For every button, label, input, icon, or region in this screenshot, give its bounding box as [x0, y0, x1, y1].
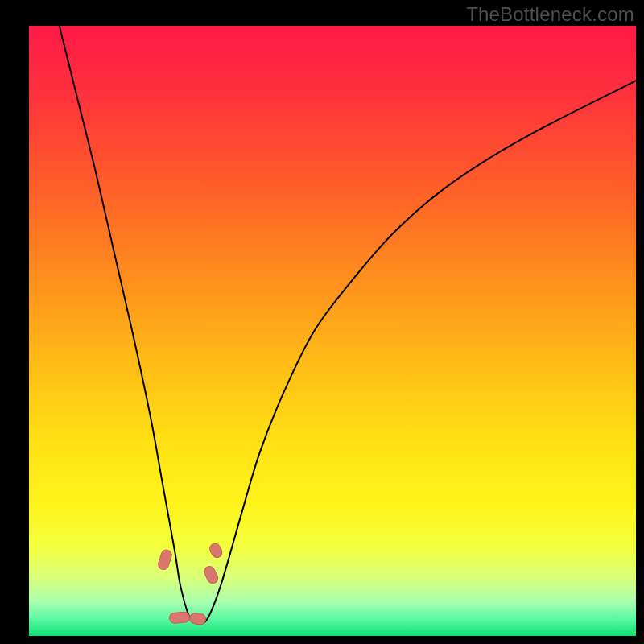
chart-frame: TheBottleneck.com: [0, 0, 644, 644]
highlight-marker: [169, 612, 190, 624]
chart-svg: [29, 26, 636, 636]
gradient-background: [29, 26, 636, 636]
plot-area: [29, 26, 636, 636]
watermark-text: TheBottleneck.com: [466, 3, 634, 26]
